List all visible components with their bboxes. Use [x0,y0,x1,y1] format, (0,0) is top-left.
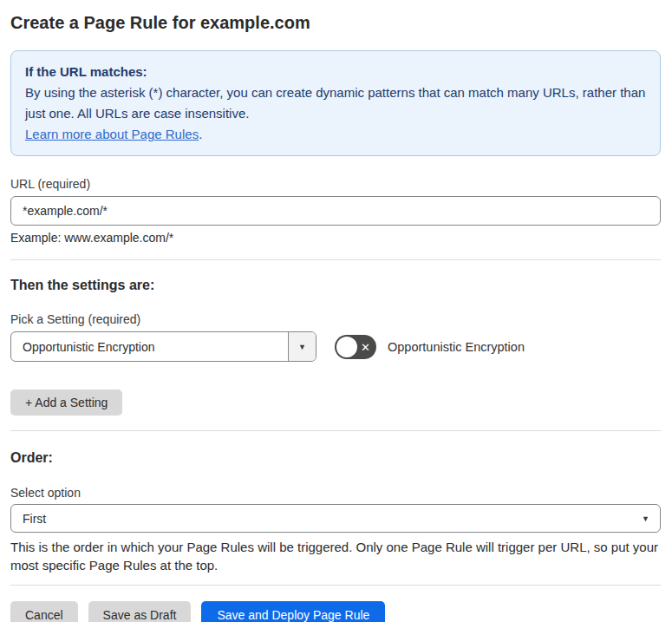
chevron-down-icon: ▼ [298,343,306,351]
dropdown-button[interactable]: ▼ [288,332,316,361]
url-match-info-box: If the URL matches: By using the asteris… [10,50,661,156]
page-title: Create a Page Rule for example.com [10,10,661,35]
pick-setting-label: Pick a Setting (required) [10,312,661,327]
order-select[interactable]: First ▼ [10,504,661,533]
save-as-draft-button[interactable]: Save as Draft [88,601,192,622]
link-period: . [199,127,202,141]
learn-more-link[interactable]: Learn more about Page Rules [25,127,199,141]
chevron-down-icon: ▼ [642,514,649,523]
settings-section-heading: Then the settings are: [10,277,661,293]
setting-dropdown[interactable]: Opportunistic Encryption ▼ [10,331,316,362]
opportunistic-encryption-toggle[interactable]: ✕ [335,335,376,359]
save-and-deploy-button[interactable]: Save and Deploy Page Rule [201,601,385,622]
order-section-heading: Order: [10,449,661,466]
add-setting-button[interactable]: + Add a Setting [10,390,122,416]
order-description: This is the order in which your Page Rul… [10,538,661,574]
info-box-link-line: Learn more about Page Rules. [25,124,646,145]
toggle-off-x-icon: ✕ [361,341,370,352]
info-box-heading: If the URL matches: [25,62,646,82]
setting-dropdown-value: Opportunistic Encryption [11,332,288,361]
divider [10,585,661,586]
url-example-hint: Example: www.example.com/* [10,231,661,245]
setting-row: Opportunistic Encryption ▼ ✕ Opportunist… [10,331,661,362]
divider [10,259,661,260]
order-select-label: Select option [10,486,661,501]
url-input[interactable] [10,196,661,226]
form-actions: Cancel Save as Draft Save and Deploy Pag… [10,601,661,622]
cancel-button[interactable]: Cancel [10,601,78,622]
divider [10,430,661,431]
create-page-rule-form: Create a Page Rule for example.com If th… [0,0,672,622]
info-box-body: By using the asterisk (*) character, you… [25,82,646,124]
toggle-knob [336,337,357,357]
url-field-label: URL (required) [10,177,661,192]
toggle-label: Opportunistic Encryption [388,340,525,354]
order-select-value: First [23,512,642,526]
